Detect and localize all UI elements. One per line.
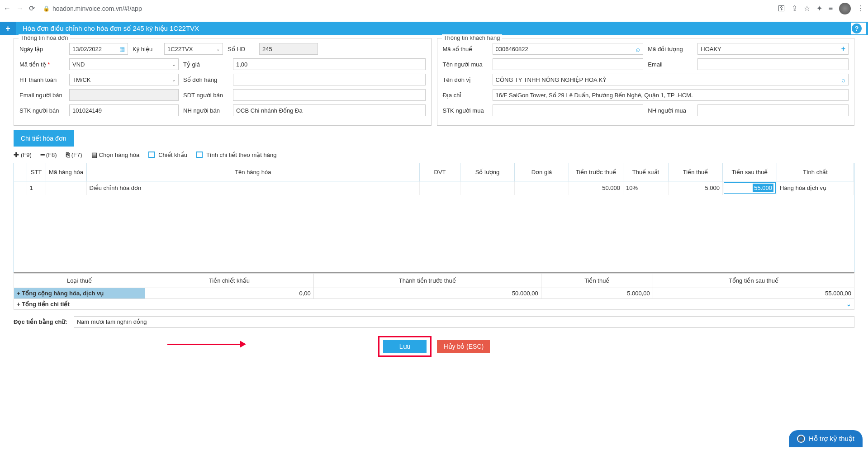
cell-ma-hang[interactable] xyxy=(46,181,86,195)
reload-icon[interactable]: ⟳ xyxy=(29,4,35,13)
add-row-button[interactable]: ✚(F9) xyxy=(14,151,32,158)
share-icon[interactable]: ⇪ xyxy=(792,4,797,13)
forward-icon[interactable]: → xyxy=(16,5,24,13)
input-stk-nguoi-ban[interactable]: 101024149 xyxy=(69,104,179,116)
help-icon[interactable]: ? xyxy=(852,24,862,33)
th-tien-sau-thue[interactable]: Tiền sau thuế xyxy=(723,163,777,181)
back-icon[interactable]: ← xyxy=(4,5,11,13)
th-dvt[interactable]: ĐVT xyxy=(420,163,460,181)
label-nh-nguoi-ban: NH người bán xyxy=(183,107,228,114)
remove-row-button[interactable]: ━(F8) xyxy=(41,151,57,158)
label-ht-thanh-toan: HT thanh toán xyxy=(19,76,65,83)
cell-don-gia[interactable] xyxy=(515,181,569,195)
select-goods-button[interactable]: ▤Chọn hàng hóa xyxy=(91,151,140,158)
table-row[interactable]: 1 Điều chỉnh hóa đơn 50.000 10% 5.000 55… xyxy=(14,181,854,195)
invoice-info-fieldset: Thông tin hóa đơn Ngày lập 13/02/2022 ▦ … xyxy=(14,38,432,126)
save-button[interactable]: Lưu xyxy=(383,340,427,353)
cell-stt[interactable]: 1 xyxy=(27,181,46,195)
label-ngay-lap: Ngày lập xyxy=(19,46,65,52)
input-nh-nguoi-mua[interactable] xyxy=(697,104,849,116)
input-so-hd: 245 xyxy=(259,43,318,55)
plus-icon[interactable]: + xyxy=(841,45,845,53)
th-blank xyxy=(14,163,27,181)
sum-tt: 50.000,00 xyxy=(313,288,541,298)
input-stk-nguoi-mua[interactable] xyxy=(493,104,644,116)
save-highlight-box: Lưu xyxy=(378,336,432,357)
browser-toolbar: ← → ⟳ 🔒 hoadon.minvoice.com.vn/#!/app ⚿ … xyxy=(0,0,868,17)
th-ma-hang[interactable]: Mã hàng hóa xyxy=(46,163,86,181)
chevron-down-icon[interactable]: ⌄ xyxy=(846,301,851,308)
input-so-don-hang[interactable] xyxy=(233,74,426,85)
document-icon: ▤ xyxy=(91,151,97,158)
th-thue-suat[interactable]: Thuế suất xyxy=(623,163,669,181)
cell-so-luong[interactable] xyxy=(460,181,515,195)
input-sdt-nguoi-ban[interactable] xyxy=(233,89,426,101)
chevron-down-icon[interactable]: ⌄ xyxy=(216,47,220,52)
customer-legend: Thông tin khách hàng xyxy=(442,34,502,41)
label-ky-hieu: Ký hiệu xyxy=(133,46,160,52)
input-email-nguoi-ban[interactable] xyxy=(69,89,179,101)
cell-dvt[interactable] xyxy=(420,181,460,195)
cell-ten-hang[interactable]: Điều chỉnh hóa đơn xyxy=(86,181,420,195)
discount-checkbox[interactable]: Chiết khấu xyxy=(148,152,187,158)
th-tien-truoc-thue[interactable]: Tiền trước thuế xyxy=(569,163,623,181)
input-ht-thanh-toan[interactable]: TM/CK ⌄ xyxy=(69,74,179,85)
chevron-down-icon[interactable]: ⌄ xyxy=(172,77,175,82)
detail-toolbar: ✚(F9) ━(F8) ⎘(F7) ▤Chọn hàng hóa Chiết k… xyxy=(0,147,868,163)
input-ky-hieu[interactable]: 1C22TVX ⌄ xyxy=(164,43,223,55)
label-ten-nguoi-mua: Tên người mua xyxy=(443,61,488,68)
calendar-icon[interactable]: ▦ xyxy=(119,46,125,52)
checkbox-icon xyxy=(148,152,155,158)
label-email: Email xyxy=(648,61,693,68)
search-icon[interactable]: ⌕ xyxy=(841,76,845,84)
cell-tien-thue[interactable]: 5.000 xyxy=(669,181,723,195)
profile-avatar[interactable] xyxy=(839,3,851,14)
add-button[interactable]: + xyxy=(0,22,16,35)
input-ten-don-vi[interactable]: CÔNG TY TNHH NÔNG NGHIỆP HOA KỲ ⌕ xyxy=(493,74,849,85)
sum-row1-label[interactable]: + Tổng cộng hàng hóa, dịch vụ xyxy=(14,288,145,298)
annotation-arrow xyxy=(167,340,249,349)
input-email[interactable] xyxy=(697,58,849,70)
input-ma-doi-tuong[interactable]: HOAKY + xyxy=(697,43,849,55)
summary-table: Loại thuế Tiền chiết khấu Thành tiền trư… xyxy=(14,272,854,310)
extension-icon[interactable]: ✦ xyxy=(816,4,822,13)
cell-tinh-chat[interactable]: Hàng hóa dịch vụ xyxy=(777,181,854,195)
input-doc-tien[interactable]: Năm mươi lăm nghìn đồng xyxy=(74,316,854,328)
sum-row2[interactable]: + Tổng tiền chi tiết ⌄ xyxy=(14,298,854,309)
input-ty-gia[interactable]: 1,00 xyxy=(233,58,426,70)
star-icon[interactable]: ☆ xyxy=(804,4,810,13)
address-bar[interactable]: 🔒 hoadon.minvoice.com.vn/#!/app xyxy=(39,3,773,14)
key-icon[interactable]: ⚿ xyxy=(778,5,785,13)
label-ma-tien-te: Mã tiền tệ * xyxy=(19,61,65,68)
label-so-hd: Số HĐ xyxy=(228,46,255,52)
tab-chi-tiet[interactable]: Chi tiết hóa đơn xyxy=(14,130,74,147)
input-ma-so-thue[interactable]: 0306460822 ⌕ xyxy=(493,43,644,55)
cell-tien-sau-thue[interactable]: 55.000 xyxy=(723,181,777,195)
input-ngay-lap[interactable]: 13/02/2022 ▦ xyxy=(69,43,128,55)
th-tinh-chat[interactable]: Tính chất xyxy=(777,163,854,181)
input-nh-nguoi-ban[interactable]: OCB Chi nhánh Đống Đa xyxy=(233,104,426,116)
list-icon[interactable]: ≡ xyxy=(829,5,833,13)
cancel-button[interactable]: Hủy bỏ (ESC) xyxy=(437,340,490,353)
cell-thue-suat[interactable]: 10% xyxy=(623,181,669,195)
sh-chiet-khau: Tiền chiết khấu xyxy=(145,273,314,288)
cell-tien-truoc-thue[interactable]: 50.000 xyxy=(569,181,623,195)
search-icon[interactable]: ⌕ xyxy=(636,45,640,53)
sh-truoc-thue: Thành tiền trước thuế xyxy=(313,273,541,288)
chevron-down-icon[interactable]: ⌄ xyxy=(172,62,175,67)
minus-icon: ━ xyxy=(41,151,44,158)
th-don-gia[interactable]: Đơn giá xyxy=(515,163,569,181)
label-dia-chi: Địa chỉ xyxy=(443,92,488,99)
th-stt[interactable]: STT xyxy=(27,163,46,181)
label-email-nguoi-ban: Email người bán xyxy=(19,92,65,99)
input-dia-chi[interactable]: 16/F SaiGon Tower, Số 29 Lê Duẩn, Phường… xyxy=(493,89,849,101)
th-tien-thue[interactable]: Tiền thuế xyxy=(669,163,723,181)
input-ten-nguoi-mua[interactable] xyxy=(493,58,644,70)
menu-icon[interactable]: ⋮ xyxy=(857,4,864,13)
copy-row-button[interactable]: ⎘(F7) xyxy=(66,151,82,158)
th-so-luong[interactable]: Số lượng xyxy=(460,163,515,181)
th-ten-hang[interactable]: Tên hàng hóa xyxy=(86,163,420,181)
sum-thue: 5.000,00 xyxy=(541,288,653,298)
input-ma-tien-te[interactable]: VND ⌄ xyxy=(69,58,179,70)
per-item-checkbox[interactable]: Tính chi tiết theo mặt hàng xyxy=(196,152,276,158)
